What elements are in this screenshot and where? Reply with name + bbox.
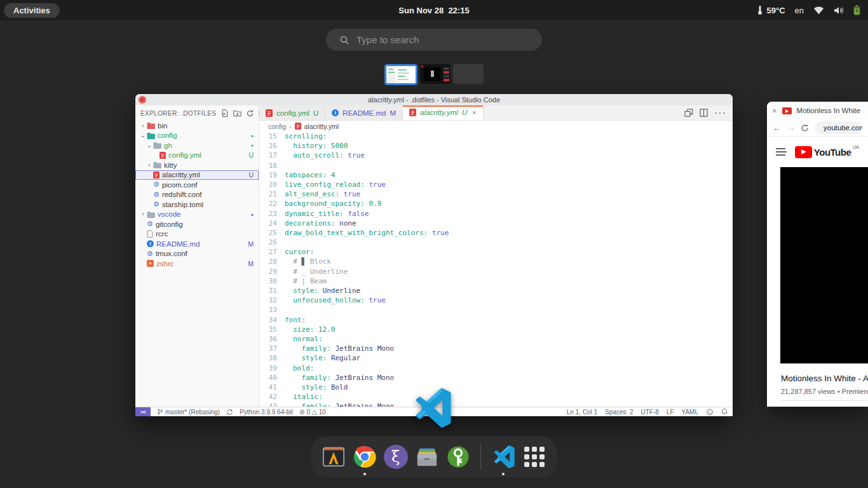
code-line: 37 family: JetBrains Mono: [259, 344, 733, 353]
line-number: 39: [259, 363, 285, 373]
line-number: 18: [259, 161, 285, 170]
running-indicator: [363, 473, 366, 475]
dock-divider: [480, 444, 481, 470]
line-number: 35: [259, 325, 285, 334]
tree-item-gitconfig[interactable]: ⚙gitconfig: [135, 219, 259, 229]
refresh-icon[interactable]: [246, 109, 254, 118]
chrome-tab-title[interactable]: Motionless In White -: [797, 107, 863, 114]
tree-item-redshift-conf[interactable]: ⚙redshift.conf: [135, 190, 259, 200]
new-file-icon[interactable]: [220, 109, 229, 118]
line-number: 23: [259, 209, 285, 219]
python-interpreter[interactable]: Python 3.9.9 64-bit: [240, 409, 293, 416]
close-icon[interactable]: ×: [139, 96, 146, 104]
youtube-favicon: [782, 107, 792, 114]
line-number: 33: [259, 305, 285, 315]
eol[interactable]: LF: [667, 409, 674, 416]
info-icon: i: [147, 240, 154, 247]
code-line: 18: [259, 161, 733, 170]
chevron-icon: ⌄: [139, 132, 147, 139]
code-line: 17 auto_scroll: true: [259, 151, 733, 160]
gear-icon: ⚙: [147, 220, 153, 227]
code-editor[interactable]: 15scrolling:16 history: 500017 auto_scro…: [259, 132, 733, 407]
back-icon[interactable]: ←: [773, 123, 781, 133]
dock-app-chrome[interactable]: [352, 444, 377, 470]
code-line: 23dynamic_title: false: [259, 209, 733, 219]
editor-actions: ···: [678, 105, 733, 120]
line-number: 17: [259, 151, 285, 160]
tab-alacritty-yml[interactable]: alacritty.yml U ×: [403, 105, 484, 120]
indentation[interactable]: Spaces: 2: [605, 409, 633, 416]
close-icon[interactable]: ×: [472, 109, 476, 116]
branch-label: master* (Rebasing): [165, 409, 220, 416]
bell-icon[interactable]: [721, 408, 728, 416]
breadcrumb-file[interactable]: alacritty.yml: [304, 123, 339, 130]
mini-line: [398, 76, 405, 77]
tree-item-kitty[interactable]: ›kitty: [135, 160, 259, 170]
dock-app-emacs[interactable]: ξ: [383, 444, 408, 470]
breadcrumb[interactable]: config › alacritty.yml: [259, 121, 733, 132]
code-line: 19tabspaces: 4: [259, 170, 733, 180]
line-number: 22: [259, 199, 285, 208]
dock-app-vscode[interactable]: [491, 444, 516, 470]
git-status-badge: U: [248, 171, 254, 179]
open-changes-icon[interactable]: [684, 109, 693, 117]
vscode-titlebar[interactable]: × alacritty.yml - .dotfiles - Visual Stu…: [135, 94, 733, 105]
video-player[interactable]: [780, 167, 868, 363]
line-number: 37: [259, 344, 285, 353]
code-line: 30 # | Beam: [259, 276, 733, 286]
remote-indicator[interactable]: ><: [135, 407, 151, 416]
tree-item-config[interactable]: ⌄config●: [135, 131, 259, 141]
system-tray[interactable]: 59°C en: [757, 5, 860, 15]
show-applications-button[interactable]: [522, 444, 547, 470]
sync-icon[interactable]: [226, 409, 233, 416]
code-line: 27cursor:: [259, 247, 733, 257]
tree-item-readme-md[interactable]: iREADME.mdM: [135, 239, 259, 249]
tree-item-tmux-conf[interactable]: ⚙tmux.conf: [135, 249, 259, 259]
dock-app-files[interactable]: [414, 444, 439, 470]
hamburger-menu-icon[interactable]: [776, 148, 785, 156]
split-editor-icon[interactable]: [700, 109, 708, 117]
workspace-thumbnail-1[interactable]: [384, 64, 417, 85]
workspace-thumbnail-3[interactable]: [453, 64, 484, 84]
workspace-thumbnail-2[interactable]: [420, 64, 451, 84]
language-mode[interactable]: YAML: [682, 409, 699, 416]
close-icon[interactable]: ×: [772, 106, 777, 116]
encoding[interactable]: UTF-8: [641, 409, 658, 416]
search-input[interactable]: Type to search: [326, 29, 542, 51]
error-count: 0: [307, 409, 311, 416]
file-tree: ›bin⌄config●⌄gh●config.ymlU›kittyalacrit…: [135, 121, 259, 407]
vscode-logo-drag-ghost[interactable]: [412, 388, 451, 428]
cursor-position[interactable]: Ln 1, Col 1: [567, 409, 597, 416]
tree-item-rcrc[interactable]: rcrc: [135, 229, 259, 240]
tree-item-vscode[interactable]: ›vscode●: [135, 210, 259, 220]
problems-status[interactable]: ⊘ 0 △ 10: [299, 409, 326, 416]
tree-item-zshrc[interactable]: »zshrcM: [135, 259, 259, 269]
youtube-logo[interactable]: YouTube UA: [795, 146, 859, 158]
tree-item-label: config: [158, 132, 177, 139]
dock-app-keepassxc[interactable]: [445, 444, 470, 470]
activities-button[interactable]: Activities: [4, 3, 60, 18]
keyboard-layout[interactable]: en: [795, 6, 804, 15]
more-actions-icon[interactable]: ···: [714, 107, 726, 119]
mini-line: [388, 72, 395, 73]
breadcrumb-folder[interactable]: config: [268, 123, 286, 130]
address-bar[interactable]: youtube.com/wa: [815, 121, 862, 134]
feedback-smiley-icon[interactable]: [706, 409, 714, 416]
code-line: 15scrolling:: [259, 132, 733, 141]
reload-icon[interactable]: [801, 124, 809, 132]
dock-app-alacritty[interactable]: [321, 444, 346, 470]
tab-config-yml[interactable]: config.yml U: [259, 105, 325, 120]
new-folder-icon[interactable]: [233, 109, 241, 118]
tree-item-gh[interactable]: ⌄gh●: [135, 140, 259, 151]
clock[interactable]: Sun Nov 28 22:15: [398, 6, 469, 15]
tree-item-bin[interactable]: ›bin: [135, 121, 259, 131]
tree-item-config-yml[interactable]: config.ymlU: [135, 151, 259, 161]
tree-item-label: README.md: [156, 240, 200, 248]
tree-item-alacritty-yml[interactable]: alacritty.ymlU: [135, 170, 259, 180]
tab-readme-md[interactable]: i README.md M: [325, 105, 403, 120]
line-number: 16: [259, 141, 285, 151]
tree-item-starship-toml[interactable]: ⚙starship.toml: [135, 200, 259, 210]
git-branch-status[interactable]: master* (Rebasing): [157, 408, 220, 416]
forward-icon[interactable]: →: [787, 123, 795, 133]
tree-item-picom-conf[interactable]: ⚙picom.conf: [135, 180, 259, 190]
